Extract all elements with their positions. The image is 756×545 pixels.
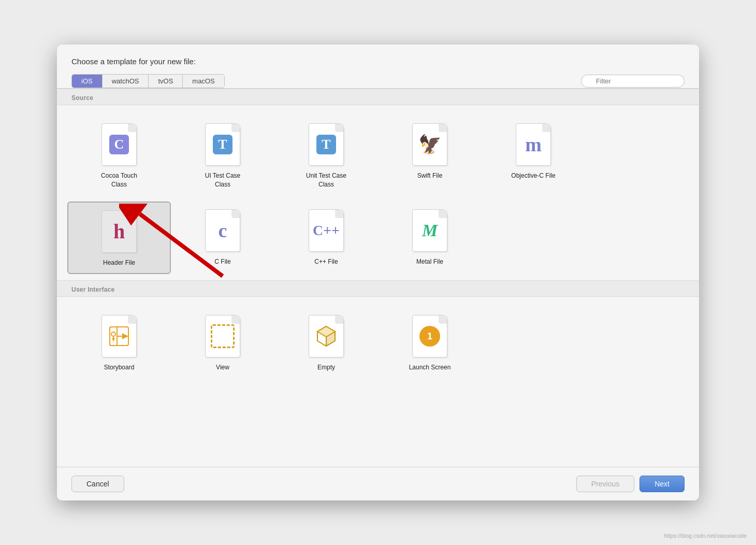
launch-screen-icon: 1: [411, 313, 448, 359]
cocoa-touch-class-icon: C: [100, 122, 138, 167]
objective-c-file-icon: m: [515, 122, 552, 167]
source-section-header: Source: [57, 89, 699, 105]
empty-label: Empty: [317, 363, 335, 372]
ui-test-class-label: UI Test CaseClass: [205, 171, 240, 189]
filter-inner: ⊜: [581, 75, 685, 88]
swift-file-label: Swift File: [417, 171, 443, 180]
user-interface-section-header: User Interface: [57, 280, 699, 297]
item-cocoa-touch-class[interactable]: C Cocoa TouchClass: [67, 116, 171, 195]
item-view[interactable]: View: [171, 307, 274, 378]
tab-ios[interactable]: iOS: [72, 75, 103, 88]
new-file-dialog: Choose a template for your new file: iOS…: [57, 45, 699, 500]
item-swift-file[interactable]: 🦅 Swift File: [378, 116, 482, 195]
header-file-icon: h: [100, 209, 138, 254]
item-empty[interactable]: Empty: [274, 307, 378, 378]
unit-test-class-label: Unit Test CaseClass: [306, 171, 346, 189]
storyboard-icon: [100, 313, 138, 359]
metal-file-icon: M: [411, 208, 448, 253]
item-objective-c-file[interactable]: m Objective-C File: [482, 116, 585, 195]
action-buttons: Previous Next: [576, 476, 685, 492]
platform-tabs: iOS watchOS tvOS macOS: [71, 74, 225, 88]
watermark: https://blog.csdn.net/xiaoxiacode: [664, 533, 747, 539]
item-header-file[interactable]: h Header File: [67, 202, 171, 275]
objective-c-file-label: Objective-C File: [511, 171, 555, 180]
ui-test-class-icon: T: [204, 122, 241, 167]
bottom-bar: Cancel Previous Next: [57, 467, 699, 500]
item-launch-screen[interactable]: 1 Launch Screen: [378, 307, 482, 378]
c-file-label: C File: [214, 257, 230, 266]
ui-grid: Storyboard View: [57, 297, 699, 384]
tab-bar: iOS watchOS tvOS macOS ⊜: [57, 74, 699, 89]
storyboard-label: Storyboard: [104, 363, 135, 372]
cancel-button[interactable]: Cancel: [71, 476, 124, 492]
cocoa-touch-class-label: Cocoa TouchClass: [101, 171, 137, 189]
item-c-file[interactable]: c C File: [171, 202, 274, 275]
empty-icon: [308, 313, 345, 359]
source-grid-1: C Cocoa TouchClass T: [57, 105, 699, 202]
dialog-title: Choose a template for your new file:: [57, 57, 699, 74]
previous-button[interactable]: Previous: [576, 476, 634, 492]
swift-file-icon: 🦅: [411, 122, 448, 167]
cocoa-c-letter: C: [114, 137, 124, 152]
swift-logo: 🦅: [418, 134, 442, 155]
header-file-label: Header File: [103, 259, 135, 267]
view-icon: [204, 313, 241, 359]
metal-m: M: [422, 221, 438, 240]
next-button[interactable]: Next: [639, 476, 685, 492]
tab-tvos[interactable]: tvOS: [149, 75, 183, 88]
cpp-file-icon: C++: [308, 208, 345, 253]
unit-test-class-icon: T: [308, 122, 345, 167]
item-ui-test-class[interactable]: T UI Test CaseClass: [171, 116, 274, 195]
launch-screen-label: Launch Screen: [409, 363, 451, 372]
source-grid-2: h Header File c C File: [57, 202, 699, 281]
content-area: Source C Cocoa TouchClass: [57, 89, 699, 467]
item-metal-file[interactable]: M Metal File: [378, 202, 482, 275]
svg-point-4: [111, 332, 115, 336]
source-row1: C Cocoa TouchClass T: [57, 105, 699, 280]
tab-macos[interactable]: macOS: [183, 75, 224, 88]
view-label: View: [216, 363, 229, 372]
m-letter: m: [525, 133, 542, 156]
tab-watchos[interactable]: watchOS: [103, 75, 149, 88]
item-storyboard[interactable]: Storyboard: [67, 307, 171, 378]
filter-input[interactable]: [581, 75, 685, 88]
h-letter: h: [113, 219, 125, 243]
item-unit-test-class[interactable]: T Unit Test CaseClass: [274, 116, 378, 195]
metal-file-label: Metal File: [416, 257, 443, 266]
cpp-file-label: C++ File: [314, 257, 338, 266]
filter-wrap: ⊜: [581, 75, 685, 88]
c-file-icon: c: [204, 208, 241, 253]
item-cpp-file[interactable]: C++ C++ File: [274, 202, 378, 275]
